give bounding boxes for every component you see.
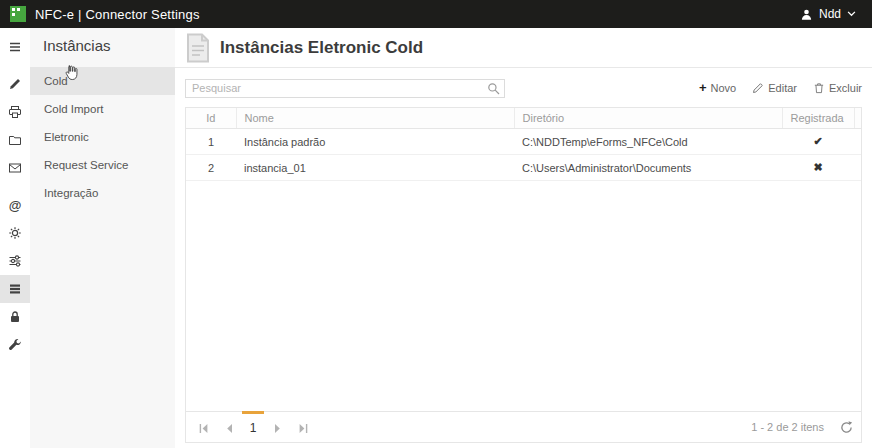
content: + Novo Editar Excluir [175,68,872,448]
cell-nome: Instância padrão [236,129,514,155]
pager-first-button[interactable] [190,411,216,442]
column-header-id[interactable]: Id [186,108,236,129]
sidebar-item-cold-import[interactable]: Cold Import [30,95,175,123]
cell-diretorio: C:\NDDTemp\eForms_NFCe\Cold [514,129,782,155]
new-button[interactable]: + Novo [699,81,736,94]
chevron-down-icon [847,11,856,17]
instances-icon[interactable] [0,275,30,303]
new-button-label: Novo [711,82,737,94]
user-name: Ndd [819,7,841,21]
delete-button[interactable]: Excluir [813,82,862,94]
trash-icon [813,82,825,94]
cell-nome: instancia_01 [236,155,514,181]
printer-icon[interactable] [0,98,30,126]
wrench-icon[interactable] [0,331,30,359]
sidebar-item-cold[interactable]: Cold [30,67,175,95]
search-input[interactable] [185,79,505,98]
menu-icon[interactable] [0,33,30,61]
registered-check-icon: ✔ [782,129,854,155]
table-row[interactable]: 1 Instância padrão C:\NDDTemp\eForms_NFC… [186,129,861,155]
sidebar-item-integracao[interactable]: Integração [30,179,175,207]
search-box [185,78,505,98]
pager-next-button[interactable] [264,411,290,442]
app-title: NFC-e | Connector Settings [35,7,200,22]
page-header: Instâncias Eletronic Cold [175,28,872,68]
column-header-diretorio[interactable]: Diretório [514,108,782,129]
user-menu[interactable]: Ndd [800,0,856,28]
pager-last-button[interactable] [290,411,316,442]
pager-prev-button[interactable] [216,411,242,442]
page-title: Instâncias Eletronic Cold [220,38,423,58]
cell-diretorio: C:\Users\Administrator\Documents [514,155,782,181]
app-window: NFC-e | Connector Settings Ndd [0,0,872,448]
data-grid: Id Nome Diretório Registrada 1 Instância… [185,107,862,444]
refresh-icon[interactable] [840,421,853,434]
edit-button[interactable]: Editar [752,82,797,94]
column-header-nome[interactable]: Nome [236,108,514,129]
main-area: Instâncias Eletronic Cold + Novo [175,28,872,448]
sliders-icon[interactable] [0,247,30,275]
gear-icon[interactable] [0,219,30,247]
sidebar-item-request-service[interactable]: Request Service [30,151,175,179]
user-icon [800,8,813,21]
search-icon [487,81,500,99]
sidebar-item-eletronic[interactable]: Eletronic [30,123,175,151]
cell-id: 2 [186,155,236,181]
page-icon [185,33,211,63]
plus-icon: + [699,81,707,94]
mail-icon[interactable] [0,154,30,182]
lock-icon[interactable] [0,303,30,331]
grid-header-row: Id Nome Diretório Registrada [186,108,861,129]
delete-button-label: Excluir [829,82,862,94]
table-row[interactable]: 2 instancia_01 C:\Users\Administrator\Do… [186,155,861,181]
sidebar: Instâncias Cold Cold Import Eletronic Re… [30,28,175,448]
pencil-icon [752,82,764,94]
action-buttons: + Novo Editar Excluir [699,81,862,94]
at-icon[interactable]: @ [0,191,30,219]
brush-icon[interactable] [0,70,30,98]
pager-info: 1 - 2 de 2 itens [751,421,824,433]
topbar: NFC-e | Connector Settings Ndd [0,0,872,28]
sidebar-title: Instâncias [30,28,175,67]
toolbar: + Novo Editar Excluir [185,78,862,98]
app-logo [10,6,26,22]
edit-button-label: Editar [768,82,797,94]
pager: 1 1 - 2 de 2 itens [186,411,861,442]
folder-icon[interactable] [0,126,30,154]
registered-x-icon: ✖ [782,155,854,181]
icon-rail: @ [0,28,30,448]
cell-id: 1 [186,129,236,155]
column-header-filler [854,108,861,129]
grid-empty-space [186,181,861,411]
column-header-registrada[interactable]: Registrada [782,108,854,129]
pager-page-1[interactable]: 1 [242,411,264,442]
